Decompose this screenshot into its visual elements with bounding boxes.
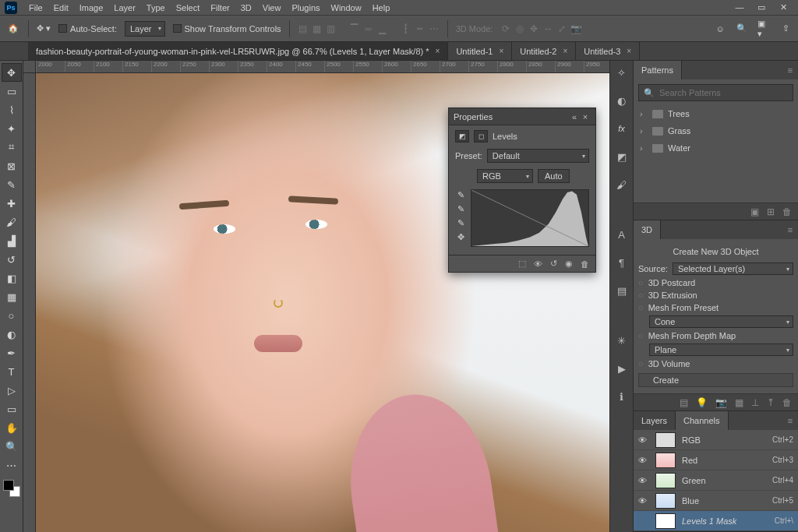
menu-plugins[interactable]: Plugins xyxy=(286,2,325,14)
menu-select[interactable]: Select xyxy=(171,2,206,14)
brush-dock-icon[interactable]: 🖌 xyxy=(615,178,629,192)
visibility-icon[interactable]: 👁 xyxy=(638,496,649,506)
menu-view[interactable]: View xyxy=(257,2,287,14)
3d-opt-depthmap[interactable]: Mesh From Depth Map xyxy=(638,331,793,340)
quick-select-tool[interactable]: ✦ xyxy=(2,120,21,137)
brush-tool[interactable]: 🖌 xyxy=(2,213,21,231)
3d-render-icon[interactable]: ▤ xyxy=(680,397,688,408)
visibility-icon[interactable]: 👁 xyxy=(638,435,649,445)
panel-tab-layers[interactable]: Layers xyxy=(634,411,676,430)
3d-create-button[interactable]: Create xyxy=(638,373,793,387)
document-tab[interactable]: Untitled-3 × xyxy=(576,42,640,60)
delete-pattern-icon[interactable]: 🗑 xyxy=(782,206,792,217)
account-icon[interactable]: ☺ xyxy=(714,23,726,35)
show-transform-checkbox[interactable]: Show Transform Controls xyxy=(173,24,281,33)
3d-export-icon[interactable]: ⤒ xyxy=(767,397,775,408)
3d-light-icon[interactable]: 💡 xyxy=(696,397,708,408)
color-swatches[interactable] xyxy=(3,480,20,497)
delete-adjustment-icon[interactable]: 🗑 xyxy=(581,259,589,269)
menu-3d[interactable]: 3D xyxy=(235,2,257,14)
color-dock-icon[interactable]: ◐ xyxy=(615,93,629,107)
panel-menu-icon[interactable]: ≡ xyxy=(782,65,798,75)
channel-row[interactable]: 👁RGBCtrl+2 xyxy=(634,430,798,450)
move-tool[interactable]: ✥ xyxy=(2,64,21,81)
channel-row[interactable]: 👁BlueCtrl+5 xyxy=(634,491,798,511)
gradient-tool[interactable]: ▦ xyxy=(2,288,21,305)
reset-icon[interactable]: ↺ xyxy=(550,259,557,269)
channel-row[interactable]: 👁GreenCtrl+4 xyxy=(634,470,798,491)
3d-source-dropdown[interactable]: Selected Layer(s) xyxy=(673,262,793,275)
marquee-tool[interactable]: ▭ xyxy=(2,83,21,100)
preset-dropdown[interactable]: Default xyxy=(487,149,589,163)
menu-image[interactable]: Image xyxy=(74,2,109,14)
3d-opt-extrusion[interactable]: 3D Extrusion xyxy=(638,291,793,300)
close-panel-icon[interactable]: × xyxy=(580,112,591,122)
adjustment-icon[interactable]: ◩ xyxy=(455,130,469,143)
3d-opt-meshpreset[interactable]: Mesh From Preset xyxy=(638,303,793,312)
align-vcenter-icon[interactable]: ═ xyxy=(363,23,374,34)
frame-tool[interactable]: ⊠ xyxy=(2,157,21,174)
styles-dock-icon[interactable]: fx xyxy=(615,122,629,136)
pattern-folder[interactable]: ›Grass xyxy=(638,125,793,137)
search-icon[interactable]: 🔍 xyxy=(736,23,748,35)
align-left-icon[interactable]: ▤ xyxy=(298,23,309,34)
document-tab[interactable]: Untitled-1 × xyxy=(448,42,512,60)
menu-type[interactable]: Type xyxy=(141,2,171,14)
new-pattern-icon[interactable]: ⊞ xyxy=(767,206,775,217)
close-tab-icon[interactable]: × xyxy=(627,47,631,55)
blur-tool[interactable]: ○ xyxy=(2,307,21,324)
zoom-tool[interactable]: 🔍 xyxy=(2,438,21,455)
panel-menu-icon[interactable]: ≡ xyxy=(782,225,798,234)
distribute-v-icon[interactable]: ┅ xyxy=(415,23,425,34)
dodge-tool[interactable]: ◐ xyxy=(2,326,21,343)
3d-opt-volume[interactable]: 3D Volume xyxy=(638,359,793,368)
shape-tool[interactable]: ▭ xyxy=(2,400,21,417)
channel-dropdown[interactable]: RGB xyxy=(477,169,533,183)
3d-new-icon[interactable]: ⊥ xyxy=(751,397,759,408)
character-dock-icon[interactable]: A xyxy=(615,227,629,241)
sample-point-icon[interactable]: ✥ xyxy=(455,231,466,242)
auto-button[interactable]: Auto xyxy=(538,169,570,183)
panel-tab-3d[interactable]: 3D xyxy=(634,220,661,239)
align-right-icon[interactable]: ▥ xyxy=(326,23,337,34)
history-brush-tool[interactable]: ↺ xyxy=(2,251,21,268)
properties-header[interactable]: Properties « × xyxy=(449,108,595,125)
preview-icon[interactable]: ◉ xyxy=(565,259,573,269)
gray-point-picker-icon[interactable]: ✎ xyxy=(455,203,466,214)
adjustments-dock-icon[interactable]: ◩ xyxy=(615,150,629,164)
eyedropper-tool[interactable]: ✎ xyxy=(2,176,21,193)
share-icon[interactable]: ⇧ xyxy=(779,23,792,35)
minimize-button[interactable]: ― xyxy=(734,2,745,12)
clip-to-layer-icon[interactable]: ⬚ xyxy=(518,259,526,269)
slide-3d-icon[interactable]: ↔ xyxy=(542,23,553,34)
menu-filter[interactable]: Filter xyxy=(205,2,235,14)
pan-3d-icon[interactable]: ✥ xyxy=(528,23,539,34)
history-dock-icon[interactable]: ✳ xyxy=(615,333,629,347)
workspace-icon[interactable]: ▣ ▾ xyxy=(757,23,770,35)
auto-select-checkbox[interactable]: Auto-Select: xyxy=(58,24,117,33)
crop-tool[interactable]: ⌗ xyxy=(2,139,21,156)
collapse-panel-icon[interactable]: « xyxy=(569,112,580,122)
close-tab-icon[interactable]: × xyxy=(563,47,567,55)
camera-3d-icon[interactable]: 📷 xyxy=(570,23,581,34)
align-bottom-icon[interactable]: ▁ xyxy=(377,23,388,34)
visibility-icon[interactable]: 👁 xyxy=(638,476,649,485)
3d-opt-postcard[interactable]: 3D Postcard xyxy=(638,278,793,287)
3d-depthmap-dropdown[interactable]: Plane xyxy=(649,344,793,356)
edit-toolbar[interactable]: ⋯ xyxy=(2,456,21,474)
menu-edit[interactable]: Edit xyxy=(48,2,74,14)
distribute-h-icon[interactable]: ┇ xyxy=(401,23,411,34)
path-select-tool[interactable]: ▷ xyxy=(2,382,21,399)
menu-window[interactable]: Window xyxy=(326,2,367,14)
align-hcenter-icon[interactable]: ▦ xyxy=(312,23,323,34)
ruler-horizontal[interactable]: 2000205021002150220022502300235024002450… xyxy=(36,61,609,73)
align-more-icon[interactable]: ⋯ xyxy=(429,23,440,34)
type-tool[interactable]: T xyxy=(2,363,21,380)
close-tab-icon[interactable]: × xyxy=(436,47,440,55)
home-button[interactable]: 🏠 xyxy=(6,22,20,36)
zoom-3d-icon[interactable]: ⤢ xyxy=(556,23,567,34)
stamp-tool[interactable]: ▟ xyxy=(2,232,21,249)
pattern-folder[interactable]: ›Trees xyxy=(638,107,793,120)
ruler-vertical[interactable] xyxy=(23,73,36,532)
roll-3d-icon[interactable]: ◎ xyxy=(514,23,525,34)
